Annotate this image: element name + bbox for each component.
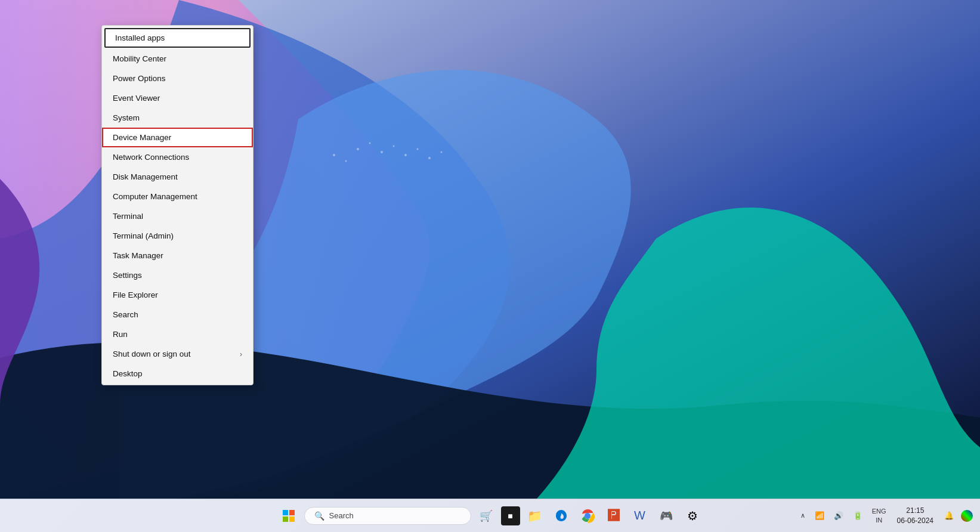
- svg-point-4: [393, 146, 395, 147]
- menu-item-system[interactable]: System: [102, 108, 253, 128]
- svg-point-2: [369, 143, 371, 144]
- svg-rect-11: [283, 510, 288, 515]
- clock-time: 21:15: [906, 506, 924, 516]
- menu-item-terminal[interactable]: Terminal: [102, 206, 253, 226]
- menu-item-label-run: Run: [113, 330, 128, 339]
- menu-item-label-file-explorer: File Explorer: [113, 290, 158, 299]
- tray-expand-button[interactable]: ∧: [798, 509, 808, 522]
- taskbar-tray: ∧ 📶 🔊 🔋 ENG IN 21:15 06-06-2024 🔔: [798, 505, 973, 527]
- svg-point-3: [381, 151, 383, 153]
- taskbar-blackbox-icon[interactable]: ■: [501, 506, 520, 525]
- menu-item-event-viewer[interactable]: Event Viewer: [102, 88, 253, 108]
- language-indicator[interactable]: ENG IN: [870, 506, 889, 525]
- taskbar: 🔍 Search 🛒 ■ 📁 🅿 W 🎮 ⚙: [0, 499, 980, 532]
- menu-item-label-settings: Settings: [113, 271, 142, 280]
- menu-item-device-manager[interactable]: Device Manager: [102, 128, 253, 147]
- menu-item-label-computer-management: Computer Management: [113, 192, 197, 201]
- context-menu: Installed appsMobility CenterPower Optio…: [101, 25, 253, 385]
- svg-point-5: [404, 154, 407, 156]
- menu-item-label-search: Search: [113, 310, 138, 319]
- taskbar-chrome-icon[interactable]: [576, 505, 599, 527]
- menu-item-power-options[interactable]: Power Options: [102, 69, 253, 88]
- windows-logo-icon: [282, 509, 295, 522]
- menu-item-label-disk-management: Disk Management: [113, 172, 178, 181]
- taskbar-center: 🔍 Search 🛒 ■ 📁 🅿 W 🎮 ⚙: [277, 504, 704, 528]
- svg-point-1: [357, 148, 359, 150]
- menu-item-settings[interactable]: Settings: [102, 265, 253, 285]
- clock-date: 06-06-2024: [897, 516, 933, 526]
- chrome-icon: [580, 509, 595, 523]
- menu-item-label-shut-down: Shut down or sign out: [113, 349, 191, 358]
- menu-item-label-terminal: Terminal: [113, 212, 143, 221]
- taskbar-gear-icon[interactable]: ⚙: [681, 505, 704, 527]
- menu-item-label-event-viewer: Event Viewer: [113, 94, 160, 103]
- taskbar-fileexplorer-icon[interactable]: 📁: [524, 505, 546, 527]
- clock[interactable]: 21:15 06-06-2024: [894, 505, 937, 527]
- menu-item-search[interactable]: Search: [102, 305, 253, 324]
- svg-point-7: [345, 160, 347, 162]
- taskbar-search-label: Search: [329, 511, 354, 520]
- tray-notification-icon[interactable]: 🔔: [942, 509, 956, 522]
- tray-volume-icon[interactable]: 🔊: [831, 509, 846, 522]
- taskbar-edge-icon[interactable]: [550, 505, 573, 527]
- taskbar-steam-icon[interactable]: 🎮: [655, 505, 678, 527]
- svg-rect-12: [289, 510, 295, 515]
- tray-battery-icon[interactable]: 🔋: [851, 509, 865, 522]
- tray-color-icon[interactable]: [961, 510, 973, 522]
- menu-item-label-mobility-center: Mobility Center: [113, 54, 166, 63]
- menu-item-shut-down[interactable]: Shut down or sign out›: [102, 344, 253, 364]
- svg-point-6: [417, 149, 419, 150]
- menu-item-run[interactable]: Run: [102, 324, 253, 344]
- menu-item-label-power-options: Power Options: [113, 74, 166, 83]
- svg-rect-13: [283, 516, 288, 522]
- svg-rect-14: [289, 516, 295, 522]
- taskbar-store-icon[interactable]: 🛒: [475, 505, 497, 527]
- menu-item-label-device-manager: Device Manager: [113, 133, 171, 142]
- menu-item-label-system: System: [113, 113, 140, 122]
- menu-item-label-network-connections: Network Connections: [113, 153, 189, 162]
- edge-icon: [554, 509, 568, 523]
- svg-point-9: [428, 157, 431, 159]
- menu-item-file-explorer[interactable]: File Explorer: [102, 285, 253, 305]
- menu-item-terminal-admin[interactable]: Terminal (Admin): [102, 226, 253, 246]
- menu-item-disk-management[interactable]: Disk Management: [102, 167, 253, 187]
- menu-item-installed-apps[interactable]: Installed apps: [104, 28, 251, 48]
- taskbar-powerpoint-icon[interactable]: 🅿: [602, 505, 625, 527]
- menu-item-label-installed-apps: Installed apps: [115, 33, 165, 42]
- taskbar-search[interactable]: 🔍 Search: [304, 507, 471, 525]
- start-button[interactable]: [277, 504, 301, 528]
- svg-point-10: [441, 151, 443, 153]
- menu-item-arrow-shut-down: ›: [240, 350, 242, 358]
- menu-item-network-connections[interactable]: Network Connections: [102, 147, 253, 167]
- menu-item-computer-management[interactable]: Computer Management: [102, 187, 253, 206]
- svg-point-8: [333, 154, 335, 156]
- taskbar-word-icon[interactable]: W: [629, 505, 651, 527]
- menu-item-label-terminal-admin: Terminal (Admin): [113, 231, 174, 240]
- menu-item-mobility-center[interactable]: Mobility Center: [102, 49, 253, 69]
- menu-item-task-manager[interactable]: Task Manager: [102, 246, 253, 265]
- tray-network-icon[interactable]: 📶: [812, 509, 827, 522]
- menu-item-desktop[interactable]: Desktop: [102, 364, 253, 383]
- taskbar-search-icon: 🔍: [314, 511, 324, 521]
- menu-item-label-task-manager: Task Manager: [113, 251, 163, 260]
- menu-item-label-desktop: Desktop: [113, 369, 143, 378]
